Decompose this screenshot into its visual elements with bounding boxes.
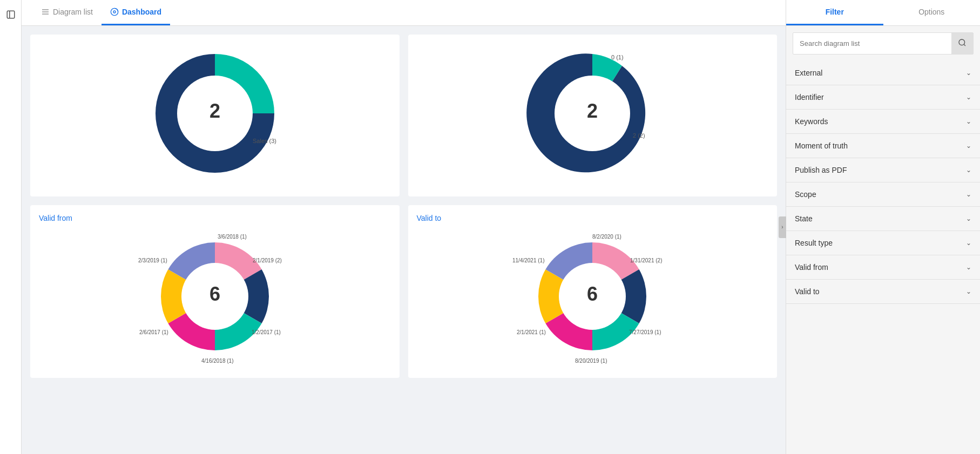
dashboard-content: 2 Sales (3) 2 0 (1) 2 (2 bbox=[22, 26, 786, 454]
chevron-down-icon: ⌄ bbox=[966, 191, 971, 198]
svg-text:2 (2): 2 (2) bbox=[633, 132, 645, 139]
donut-svg-top-right: 2 0 (1) 2 (2) bbox=[522, 43, 663, 184]
chart-card-valid-from: Valid from bbox=[30, 205, 400, 378]
donut-valid-from: 6 3/6/2018 (1) 2/1/2019 (2) 1/2/2017 (1)… bbox=[39, 229, 391, 369]
donut-svg-valid-to: 6 8/2/2020 (1) 1/31/2021 (2) 7/27/2019 (… bbox=[511, 229, 673, 369]
donut-valid-to: 6 8/2/2020 (1) 1/31/2021 (2) 7/27/2019 (… bbox=[417, 229, 769, 369]
search-input[interactable] bbox=[793, 34, 951, 53]
donut-top-left: 2 Sales (3) bbox=[39, 43, 391, 184]
chart-title-valid-to: Valid to bbox=[417, 214, 769, 222]
svg-text:2: 2 bbox=[587, 100, 598, 122]
tab-dashboard[interactable]: Dashboard bbox=[102, 0, 170, 25]
filter-keywords[interactable]: Keywords ⌄ bbox=[786, 110, 980, 134]
chevron-down-icon: ⌄ bbox=[966, 215, 971, 222]
svg-text:11/4/2021 (1): 11/4/2021 (1) bbox=[512, 258, 545, 263]
svg-text:2/1/2019 (2): 2/1/2019 (2) bbox=[253, 258, 282, 263]
tab-diagram-list[interactable]: Diagram list bbox=[32, 0, 102, 25]
svg-point-5 bbox=[113, 11, 116, 13]
svg-text:2/1/2021 (1): 2/1/2021 (1) bbox=[517, 329, 546, 335]
filter-moment-of-truth[interactable]: Moment of truth ⌄ bbox=[786, 134, 980, 158]
filter-publish-as-pdf[interactable]: Publish as PDF ⌄ bbox=[786, 158, 980, 182]
filter-scope[interactable]: Scope ⌄ bbox=[786, 182, 980, 207]
chevron-down-icon: ⌄ bbox=[966, 239, 971, 247]
chart-card-top-right: 2 0 (1) 2 (2) bbox=[408, 35, 778, 196]
svg-text:6: 6 bbox=[587, 283, 598, 305]
list-icon bbox=[41, 8, 50, 16]
tab-options[interactable]: Options bbox=[883, 0, 981, 25]
tab-filter[interactable]: Filter bbox=[786, 0, 883, 25]
right-panel: › Filter Options External ⌄ Identifier ⌄ bbox=[786, 0, 980, 454]
svg-text:1/31/2021 (2): 1/31/2021 (2) bbox=[630, 258, 663, 263]
chevron-down-icon: ⌄ bbox=[966, 288, 971, 295]
chevron-down-icon: ⌄ bbox=[966, 118, 971, 125]
svg-rect-0 bbox=[7, 11, 15, 18]
left-sidebar-toggle[interactable] bbox=[0, 0, 22, 454]
top-nav: Diagram list Dashboard bbox=[22, 0, 786, 26]
panel-tabs: Filter Options bbox=[786, 0, 980, 26]
chevron-down-icon: ⌄ bbox=[966, 263, 971, 271]
filter-result-type[interactable]: Result type ⌄ bbox=[786, 231, 980, 255]
chevron-down-icon: ⌄ bbox=[966, 69, 971, 77]
chevron-down-icon: ⌄ bbox=[966, 166, 971, 174]
donut-top-right: 2 0 (1) 2 (2) bbox=[417, 43, 769, 184]
chevron-down-icon: ⌄ bbox=[966, 93, 971, 101]
svg-text:2/3/2019 (1): 2/3/2019 (1) bbox=[138, 258, 167, 263]
search-button[interactable] bbox=[951, 33, 973, 54]
svg-text:4/16/2018 (1): 4/16/2018 (1) bbox=[201, 358, 234, 364]
donut-svg-valid-from: 6 3/6/2018 (1) 2/1/2019 (2) 1/2/2017 (1)… bbox=[134, 229, 296, 369]
filter-external[interactable]: External ⌄ bbox=[786, 61, 980, 85]
filter-section: External ⌄ Identifier ⌄ Keywords ⌄ Momen… bbox=[786, 61, 980, 454]
svg-text:Sales (3): Sales (3) bbox=[253, 138, 276, 144]
svg-text:7/27/2019 (1): 7/27/2019 (1) bbox=[629, 329, 661, 335]
svg-text:1/2/2017 (1): 1/2/2017 (1) bbox=[252, 329, 281, 335]
main-area: Diagram list Dashboard 2 bbox=[22, 0, 786, 454]
svg-text:2: 2 bbox=[209, 100, 220, 122]
svg-text:2/6/2017 (1): 2/6/2017 (1) bbox=[139, 329, 168, 335]
dashboard-icon bbox=[110, 8, 119, 16]
chart-card-top-left: 2 Sales (3) bbox=[30, 35, 400, 196]
svg-text:0 (1): 0 (1) bbox=[611, 54, 624, 60]
search-icon bbox=[958, 38, 967, 47]
svg-line-30 bbox=[964, 44, 965, 46]
filter-identifier[interactable]: Identifier ⌄ bbox=[786, 85, 980, 110]
svg-text:8/20/2019 (1): 8/20/2019 (1) bbox=[575, 358, 607, 364]
svg-point-29 bbox=[959, 39, 965, 45]
chart-title-valid-from: Valid from bbox=[39, 214, 391, 222]
collapse-panel-button[interactable]: › bbox=[779, 216, 786, 238]
filter-state[interactable]: State ⌄ bbox=[786, 207, 980, 231]
search-box bbox=[793, 32, 974, 55]
svg-text:8/2/2020 (1): 8/2/2020 (1) bbox=[592, 234, 621, 240]
chart-card-valid-to: Valid to 6 bbox=[408, 205, 778, 378]
filter-valid-to[interactable]: Valid to ⌄ bbox=[786, 280, 980, 304]
svg-text:6: 6 bbox=[209, 283, 220, 305]
donut-svg-top-left: 2 Sales (3) bbox=[145, 43, 285, 184]
filter-valid-from[interactable]: Valid from ⌄ bbox=[786, 255, 980, 280]
svg-text:3/6/2018 (1): 3/6/2018 (1) bbox=[218, 234, 247, 240]
chevron-down-icon: ⌄ bbox=[966, 142, 971, 150]
